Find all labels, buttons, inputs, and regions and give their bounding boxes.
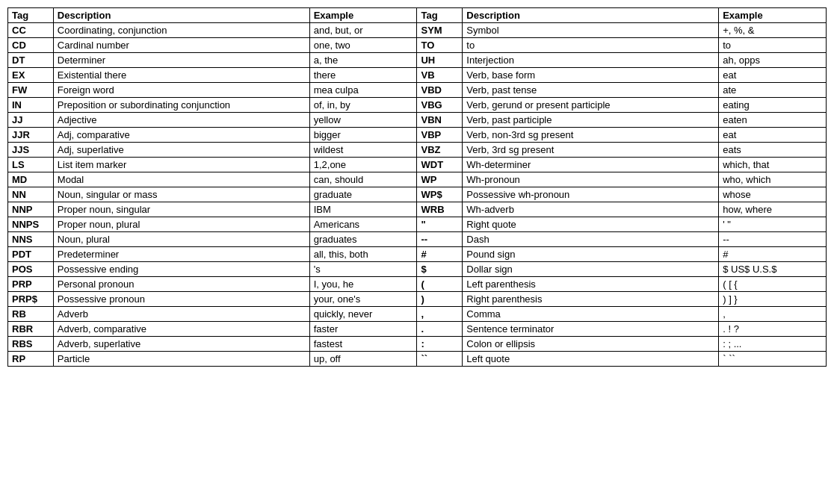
table-cell: ah, opps <box>719 53 827 68</box>
table-row: NNSNoun, pluralgraduates--Dash-- <box>8 232 827 247</box>
table-cell: Pound sign <box>463 247 719 262</box>
table-cell: JJR <box>8 128 54 143</box>
table-cell: Adverb, superlative <box>53 337 309 352</box>
table-cell: Right quote <box>463 217 719 232</box>
table-cell: NNPS <box>8 217 54 232</box>
col-header-ex1: Example <box>309 8 417 23</box>
table-cell: Dash <box>463 232 719 247</box>
table-cell: Americans <box>309 217 417 232</box>
table-cell: JJ <box>8 113 54 128</box>
table-cell: VBP <box>417 128 463 143</box>
table-cell: of, in, by <box>309 98 417 113</box>
table-cell: your, one's <box>309 292 417 307</box>
table-cell: Sentence terminator <box>463 322 719 337</box>
table-cell: one, two <box>309 38 417 53</box>
table-cell: Personal pronoun <box>53 277 309 292</box>
table-cell: to <box>463 38 719 53</box>
table-cell: ) ] } <box>719 292 827 307</box>
table-cell: TO <box>417 38 463 53</box>
table-cell: IN <box>8 98 54 113</box>
col-header-ex2: Example <box>719 8 827 23</box>
table-cell: VBZ <box>417 143 463 158</box>
table-cell: Comma <box>463 307 719 322</box>
table-row: RBRAdverb, comparativefaster.Sentence te… <box>8 322 827 337</box>
table-cell: quickly, never <box>309 307 417 322</box>
table-cell: Wh-pronoun <box>463 172 719 187</box>
table-cell: a, the <box>309 53 417 68</box>
table-cell: ` `` <box>719 352 827 367</box>
table-row: NNPSProper noun, pluralAmericans"Right q… <box>8 217 827 232</box>
table-header-row: Tag Description Example Tag Description … <box>8 8 827 23</box>
table-cell: Coordinating, conjunction <box>53 23 309 38</box>
table-cell: $ <box>417 262 463 277</box>
col-header-desc1: Description <box>53 8 309 23</box>
table-cell: LS <box>8 158 54 172</box>
table-cell: which, that <box>719 158 827 172</box>
table-row: DTDeterminera, theUHInterjectionah, opps <box>8 53 827 68</box>
pos-tags-table: Tag Description Example Tag Description … <box>7 7 827 367</box>
table-cell: Left quote <box>463 352 719 367</box>
table-row: JJAdjectiveyellowVBNVerb, past participl… <box>8 113 827 128</box>
table-row: NNNoun, singular or massgraduateWP$Posse… <box>8 187 827 202</box>
table-cell: CD <box>8 38 54 53</box>
table-cell: WP$ <box>417 187 463 202</box>
table-cell: Verb, base form <box>463 68 719 83</box>
table-cell: Verb, non-3rd sg present <box>463 128 719 143</box>
table-cell: SYM <box>417 23 463 38</box>
table-cell: JJS <box>8 143 54 158</box>
table-cell: : <box>417 337 463 352</box>
table-cell: Possessive pronoun <box>53 292 309 307</box>
table-cell: VBD <box>417 83 463 98</box>
table-row: NNPProper noun, singularIBMWRBWh-adverbh… <box>8 202 827 217</box>
table-cell: Adverb, comparative <box>53 322 309 337</box>
table-cell: Dollar sign <box>463 262 719 277</box>
table-cell: PDT <box>8 247 54 262</box>
table-cell: EX <box>8 68 54 83</box>
table-cell: # <box>417 247 463 262</box>
table-cell: `` <box>417 352 463 367</box>
table-cell: , <box>719 307 827 322</box>
table-row: POSPossessive ending's$Dollar sign$ US$ … <box>8 262 827 277</box>
table-row: MDModalcan, shouldWPWh-pronounwho, which <box>8 172 827 187</box>
table-cell: mea culpa <box>309 83 417 98</box>
table-cell: can, should <box>309 172 417 187</box>
table-cell: MD <box>8 172 54 187</box>
table-cell: 1,2,one <box>309 158 417 172</box>
table-cell: Possessive wh-pronoun <box>463 187 719 202</box>
table-cell: WDT <box>417 158 463 172</box>
table-row: RBSAdverb, superlativefastest:Colon or e… <box>8 337 827 352</box>
table-cell: # <box>719 247 827 262</box>
table-cell: RBS <box>8 337 54 352</box>
table-cell: ate <box>719 83 827 98</box>
table-cell: NN <box>8 187 54 202</box>
table-cell: I, you, he <box>309 277 417 292</box>
table-cell: wildest <box>309 143 417 158</box>
table-row: RBAdverbquickly, never,Comma, <box>8 307 827 322</box>
table-cell: Preposition or subordinating conjunction <box>53 98 309 113</box>
table-cell: Noun, singular or mass <box>53 187 309 202</box>
table-cell: NNS <box>8 232 54 247</box>
table-cell: +, %, & <box>719 23 827 38</box>
table-body: CCCoordinating, conjunctionand, but, orS… <box>8 23 827 367</box>
table-cell: Verb, gerund or present participle <box>463 98 719 113</box>
table-cell: and, but, or <box>309 23 417 38</box>
table-cell: Adverb <box>53 307 309 322</box>
table-cell: . ! ? <box>719 322 827 337</box>
table-cell: VBG <box>417 98 463 113</box>
table-row: JJRAdj, comparativebiggerVBPVerb, non-3r… <box>8 128 827 143</box>
table-cell: Verb, past participle <box>463 113 719 128</box>
table-cell: WP <box>417 172 463 187</box>
table-row: FWForeign wordmea culpaVBDVerb, past ten… <box>8 83 827 98</box>
table-cell: , <box>417 307 463 322</box>
table-cell: VB <box>417 68 463 83</box>
table-cell: graduates <box>309 232 417 247</box>
table-cell: Verb, 3rd sg present <box>463 143 719 158</box>
table-cell: PRP <box>8 277 54 292</box>
table-cell: eats <box>719 143 827 158</box>
table-cell: UH <box>417 53 463 68</box>
table-cell: graduate <box>309 187 417 202</box>
table-cell: faster <box>309 322 417 337</box>
table-cell: VBN <box>417 113 463 128</box>
table-cell: Cardinal number <box>53 38 309 53</box>
table-cell: : ; ... <box>719 337 827 352</box>
